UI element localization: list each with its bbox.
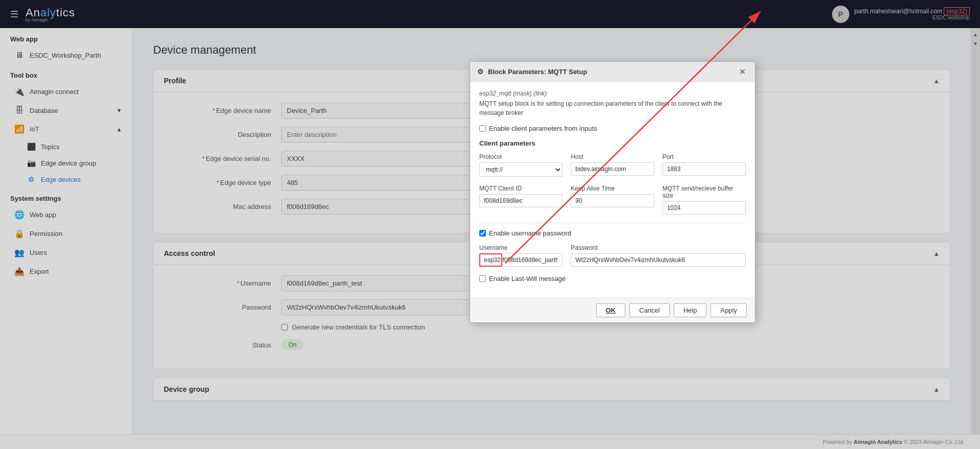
client-id-label: MQTT Client ID xyxy=(479,185,562,192)
mqtt-modal: ⚙ Block Parameters: MQTT Setup ✕ esp32_m… xyxy=(470,61,755,323)
modal-close-button[interactable]: ✕ xyxy=(737,66,748,77)
enable-username-checkbox[interactable] xyxy=(479,230,486,237)
ok-button[interactable]: OK xyxy=(596,303,626,317)
buffer-input[interactable] xyxy=(663,201,746,215)
last-will-checkbox[interactable] xyxy=(479,275,486,282)
client-id-field: MQTT Client ID xyxy=(479,185,562,215)
modal-subtitle: esp32_mqtt (mask) (link) xyxy=(479,90,746,97)
keep-alive-field: Keep Alive Time xyxy=(571,185,654,215)
enable-username-row: Enable username password xyxy=(479,229,746,237)
modal-title: Block Parameters: MQTT Setup xyxy=(488,68,732,76)
username-wrapper xyxy=(479,253,562,267)
buffer-field: MQTT send/recieve buffer size xyxy=(663,185,746,215)
apply-button[interactable]: Apply xyxy=(710,303,747,317)
keep-alive-input[interactable] xyxy=(571,194,654,207)
protocol-select[interactable]: mqtt:// xyxy=(479,162,562,177)
buffer-label: MQTT send/recieve buffer size xyxy=(663,185,746,199)
enable-client-row: Enable client parameters from inputs xyxy=(479,125,746,132)
modal-icon: ⚙ xyxy=(477,67,484,76)
port-field: Port xyxy=(663,153,746,177)
enable-username-label: Enable username password xyxy=(489,229,571,237)
modal-header: ⚙ Block Parameters: MQTT Setup ✕ xyxy=(470,62,755,82)
client-params-title: Client parameters xyxy=(479,139,746,147)
modal-username-field: Username xyxy=(479,244,562,267)
modal-footer: OK Cancel Help Apply xyxy=(470,298,755,322)
modal-password-label: Password xyxy=(571,244,746,251)
modal-username-label: Username xyxy=(479,244,562,251)
modal-divider xyxy=(479,223,746,223)
protocol-label: Protocol xyxy=(479,153,562,160)
host-input[interactable] xyxy=(571,162,654,176)
modal-overlay: ⚙ Block Parameters: MQTT Setup ✕ esp32_m… xyxy=(0,0,980,449)
modal-username-input[interactable] xyxy=(479,253,562,267)
port-label: Port xyxy=(663,153,746,160)
enable-client-label: Enable client parameters from inputs xyxy=(489,125,597,132)
username-password-grid: Username Password xyxy=(479,244,746,267)
modal-password-field: Password xyxy=(571,244,746,267)
last-will-label: Enable Last-Will message xyxy=(489,275,566,282)
keep-alive-label: Keep Alive Time xyxy=(571,185,654,192)
host-field: Host xyxy=(571,153,654,177)
modal-top-grid: Protocol mqtt:// Host Port xyxy=(479,153,746,177)
enable-client-checkbox[interactable] xyxy=(479,125,486,132)
modal-desc: MQTT setup block is for setting up conne… xyxy=(479,99,746,117)
protocol-field: Protocol mqtt:// xyxy=(479,153,562,177)
last-will-row: Enable Last-Will message xyxy=(479,275,746,282)
host-label: Host xyxy=(571,153,654,160)
client-id-input[interactable] xyxy=(479,194,562,207)
modal-password-input[interactable] xyxy=(571,253,746,267)
modal-body: esp32_mqtt (mask) (link) MQTT setup bloc… xyxy=(470,82,755,298)
port-input[interactable] xyxy=(663,162,746,176)
help-button[interactable]: Help xyxy=(674,303,707,317)
modal-mid-grid: MQTT Client ID Keep Alive Time MQTT send… xyxy=(479,185,746,215)
cancel-button[interactable]: Cancel xyxy=(629,303,669,317)
